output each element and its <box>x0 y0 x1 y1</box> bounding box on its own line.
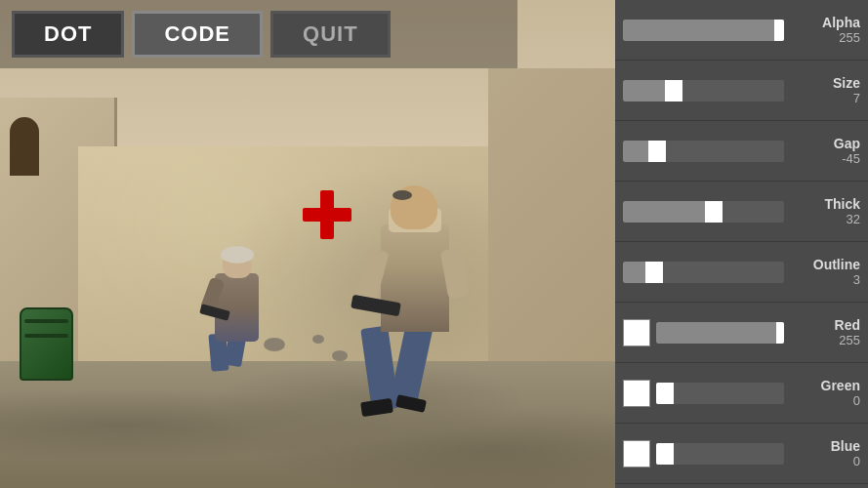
slider-label-alpha: Alpha <box>790 15 860 30</box>
slider-thumb-size[interactable] <box>665 80 682 102</box>
slider-thumb-outline[interactable] <box>645 262 663 283</box>
quit-button[interactable]: QUIT <box>270 11 391 58</box>
rock-prop <box>332 350 348 361</box>
slider-thumb-red[interactable] <box>776 322 784 344</box>
slider-value-thick: 32 <box>790 212 860 226</box>
slider-row-red: Red255 <box>615 303 868 363</box>
char2-head <box>391 185 437 229</box>
swatch-red <box>623 319 650 346</box>
crosshair <box>303 190 351 239</box>
slider-value-green: 0 <box>790 393 860 408</box>
character-2 <box>361 166 478 410</box>
slider-label-size: Size <box>790 75 860 91</box>
slider-label-outline: Outline <box>790 257 860 272</box>
slider-thumb-blue[interactable] <box>656 443 674 465</box>
char2-body <box>381 224 449 332</box>
slider-label-block-size: Size7 <box>790 75 860 105</box>
slider-label-block-blue: Blue0 <box>790 438 860 468</box>
slider-label-block-gap: Gap-45 <box>790 136 860 166</box>
slider-fill-alpha <box>623 20 784 41</box>
slider-row-green: Green0 <box>615 363 868 424</box>
slider-track-green[interactable] <box>656 383 784 404</box>
ground <box>0 361 615 488</box>
slider-fill-thick <box>623 201 712 223</box>
slider-label-block-alpha: Alpha255 <box>790 15 860 45</box>
slider-row-outline: Outline3 <box>615 242 868 303</box>
slider-row-gap: Gap-45 <box>615 121 868 182</box>
char2-leg-left <box>360 325 399 411</box>
slider-value-alpha: 255 <box>790 30 860 45</box>
slider-track-alpha[interactable] <box>623 20 784 41</box>
swatch-green <box>623 380 650 407</box>
slider-label-thick: Thick <box>790 196 860 212</box>
slider-thumb-alpha[interactable] <box>774 20 784 41</box>
slider-value-red: 255 <box>790 333 860 347</box>
slider-track-blue[interactable] <box>656 443 784 465</box>
slider-value-gap: -45 <box>790 151 860 166</box>
slider-value-blue: 0 <box>790 454 860 468</box>
char1-head <box>223 251 252 278</box>
slider-label-blue: Blue <box>790 438 860 454</box>
slider-thumb-green[interactable] <box>656 383 674 404</box>
slider-label-block-red: Red255 <box>790 317 860 347</box>
slider-row-thick: Thick32 <box>615 182 868 242</box>
code-button[interactable]: CODE <box>132 11 263 58</box>
slider-value-size: 7 <box>790 91 860 105</box>
rock-prop <box>312 335 324 344</box>
char2-leg-right <box>391 320 434 402</box>
slider-track-thick[interactable] <box>623 201 784 223</box>
settings-panel: Alpha255Size7Gap-45Thick32Outline3Red255… <box>615 0 868 488</box>
game-viewport: DOT CODE QUIT <box>0 0 615 488</box>
slider-label-block-outline: Outline3 <box>790 257 860 287</box>
top-navigation: DOT CODE QUIT <box>0 0 517 68</box>
slider-row-size: Size7 <box>615 61 868 121</box>
dot-button[interactable]: DOT <box>12 11 124 58</box>
slider-label-gap: Gap <box>790 136 860 151</box>
slider-thumb-thick[interactable] <box>705 201 723 223</box>
slider-label-green: Green <box>790 378 860 393</box>
slider-label-red: Red <box>790 317 860 333</box>
slider-label-block-thick: Thick32 <box>790 196 860 226</box>
slider-thumb-gap[interactable] <box>648 141 666 162</box>
barrel-prop <box>20 307 73 381</box>
slider-track-outline[interactable] <box>623 262 784 283</box>
slider-track-gap[interactable] <box>623 141 784 162</box>
slider-fill-red <box>656 322 784 344</box>
slider-track-size[interactable] <box>623 80 784 102</box>
slider-track-red[interactable] <box>656 322 784 344</box>
slider-row-alpha: Alpha255 <box>615 0 868 61</box>
slider-value-outline: 3 <box>790 272 860 287</box>
crosshair-vertical <box>320 190 334 239</box>
slider-row-blue: Blue0 <box>615 424 868 484</box>
character-1 <box>205 244 273 371</box>
swatch-blue <box>623 440 650 468</box>
slider-label-block-green: Green0 <box>790 378 860 408</box>
